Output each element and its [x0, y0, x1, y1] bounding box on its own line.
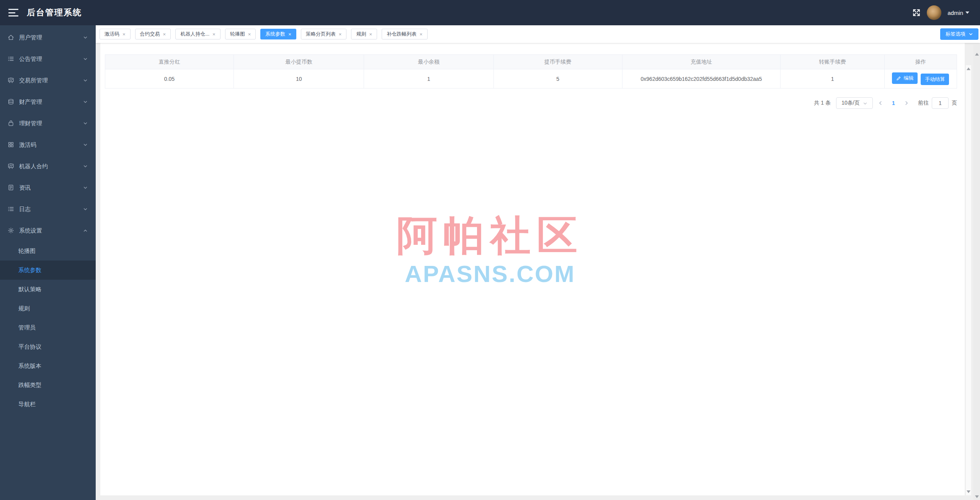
sidebar-item-label: 机器人合约 — [19, 163, 83, 170]
edit-pencil-icon — [896, 76, 901, 81]
sidebar: 用户管理公告管理交易所管理财产管理理财管理激活码机器人合约资讯日志系统设置轮播图… — [0, 25, 96, 500]
tab-3[interactable]: 机器人持仓...× — [175, 29, 220, 39]
sidebar-subitem-4[interactable]: 规则 — [0, 299, 96, 318]
tab-label: 轮播图 — [230, 31, 245, 38]
sidebar-item-label: 资讯 — [19, 184, 83, 192]
tab-6[interactable]: 策略分页列表× — [301, 29, 347, 39]
chevron-down-icon — [969, 32, 973, 36]
table-cell-4: 5 — [493, 69, 622, 89]
sidebar-item-label: 用户管理 — [19, 34, 83, 41]
user-menu[interactable]: admin — [947, 10, 969, 16]
edit-button[interactable]: 编辑 — [892, 72, 918, 84]
sidebar-item-1[interactable]: 用户管理 — [0, 27, 96, 48]
sidebar-subitem-3[interactable]: 默认策略 — [0, 280, 96, 299]
page-size-value: 10条/页 — [841, 100, 859, 107]
sidebar-subitem-5[interactable]: 管理员 — [0, 318, 96, 337]
sidebar-item-label: 交易所管理 — [19, 77, 83, 84]
table-cell-6: 1 — [781, 69, 884, 89]
close-icon[interactable]: × — [369, 32, 372, 37]
prev-page-button[interactable] — [876, 98, 885, 108]
scroll-up-icon[interactable] — [967, 67, 970, 70]
sidebar-item-5[interactable]: 理财管理 — [0, 113, 96, 134]
sidebar-subitem-8[interactable]: 跌幅类型 — [0, 375, 96, 395]
chevron-down-icon — [83, 121, 88, 126]
app-title: 后台管理系统 — [27, 7, 82, 18]
close-icon[interactable]: × — [163, 32, 166, 37]
tab-1[interactable]: 激活码× — [100, 29, 131, 39]
sidebar-subitem-2[interactable]: 系统参数 — [0, 261, 96, 280]
close-icon[interactable]: × — [122, 32, 126, 37]
tab-8[interactable]: 补仓跌幅列表× — [382, 29, 428, 39]
sidebar-subitem-1[interactable]: 轮播图 — [0, 241, 96, 261]
board-chart-icon — [8, 163, 15, 170]
scroll-down-icon[interactable] — [975, 495, 979, 498]
bag-icon — [8, 120, 15, 127]
chevron-down-icon — [83, 164, 88, 169]
table-cell-3: 1 — [364, 69, 493, 89]
sidebar-submenu: 轮播图系统参数默认策略规则管理员平台协议系统版本跌幅类型导航栏 — [0, 241, 96, 414]
grid-icon — [8, 141, 15, 148]
caret-down-icon — [965, 11, 969, 14]
sidebar-item-8[interactable]: 资讯 — [0, 177, 96, 198]
sidebar-item-7[interactable]: 机器人合约 — [0, 156, 96, 177]
sidebar-item-9[interactable]: 日志 — [0, 198, 96, 220]
sidebar-item-4[interactable]: 财产管理 — [0, 91, 96, 113]
sidebar-item-2[interactable]: 公告管理 — [0, 48, 96, 70]
menu-toggle-icon[interactable] — [8, 9, 18, 16]
page-size-select[interactable]: 10条/页 — [836, 97, 873, 109]
tab-label: 策略分页列表 — [306, 31, 336, 38]
content-panel: 直推分红最小提币数最小余额提币手续费充值地址转账手续费操作 0.0510150x… — [100, 43, 965, 495]
next-page-button[interactable] — [902, 98, 911, 108]
sidebar-item-label: 财产管理 — [19, 98, 83, 106]
close-icon[interactable]: × — [420, 32, 423, 37]
tab-4[interactable]: 轮播图× — [225, 29, 256, 39]
column-header-4: 提币手续费 — [493, 55, 622, 69]
sidebar-subitem-6[interactable]: 平台协议 — [0, 337, 96, 356]
pagination: 共 1 条 10条/页 1 前往 页 — [814, 97, 957, 109]
goto-page-input[interactable] — [932, 97, 949, 109]
page-number-1[interactable]: 1 — [888, 100, 899, 106]
tab-7[interactable]: 规则× — [351, 29, 377, 39]
fullscreen-icon[interactable] — [912, 8, 921, 17]
app-header: 后台管理系统 admin — [0, 0, 980, 25]
gear-icon — [8, 227, 15, 234]
manual-settle-button[interactable]: 手动结算 — [921, 74, 949, 85]
column-header-5: 充值地址 — [622, 55, 781, 69]
sidebar-item-10[interactable]: 系统设置 — [0, 220, 96, 241]
tag-options-button[interactable]: 标签选项 — [940, 28, 978, 40]
sidebar-item-label: 日志 — [19, 206, 83, 213]
tab-label: 激活码 — [105, 31, 119, 38]
chevron-down-icon — [83, 35, 88, 40]
sidebar-item-label: 激活码 — [19, 141, 83, 149]
table-header-row: 直推分红最小提币数最小余额提币手续费充值地址转账手续费操作 — [105, 55, 957, 69]
chevron-down-icon — [83, 99, 88, 105]
sidebar-subitem-7[interactable]: 系统版本 — [0, 356, 96, 375]
username: admin — [947, 10, 963, 16]
close-icon[interactable]: × — [339, 32, 342, 37]
sidebar-item-3[interactable]: 交易所管理 — [0, 70, 96, 91]
panel-scrollbar[interactable] — [966, 65, 971, 495]
coins-icon — [8, 98, 15, 105]
list-icon — [8, 206, 15, 213]
close-icon[interactable]: × — [212, 32, 216, 37]
tab-label: 规则 — [356, 31, 366, 38]
chevron-down-icon — [83, 207, 88, 212]
sidebar-subitem-9[interactable]: 导航栏 — [0, 395, 96, 414]
tab-2[interactable]: 合约交易× — [135, 29, 171, 39]
scroll-down-icon[interactable] — [967, 490, 970, 493]
chevron-down-icon — [83, 185, 88, 190]
goto-label: 前往 — [918, 100, 929, 107]
table-row: 0.0510150x962d603c659b162c202fd55d663f1d… — [105, 69, 957, 89]
user-avatar[interactable] — [927, 5, 941, 20]
scroll-up-icon[interactable] — [975, 53, 979, 56]
page-scrollbar[interactable] — [973, 44, 980, 500]
close-icon[interactable]: × — [288, 32, 291, 37]
close-icon[interactable]: × — [248, 32, 251, 37]
tab-label: 补仓跌幅列表 — [387, 31, 416, 38]
table-body: 0.0510150x962d603c659b162c202fd55d663f1d… — [105, 69, 957, 89]
doc-icon — [8, 184, 15, 191]
tab-5[interactable]: 系统参数× — [260, 29, 296, 39]
chevron-up-icon — [83, 228, 88, 233]
sidebar-item-6[interactable]: 激活码 — [0, 134, 96, 156]
tab-label: 合约交易 — [140, 31, 160, 38]
